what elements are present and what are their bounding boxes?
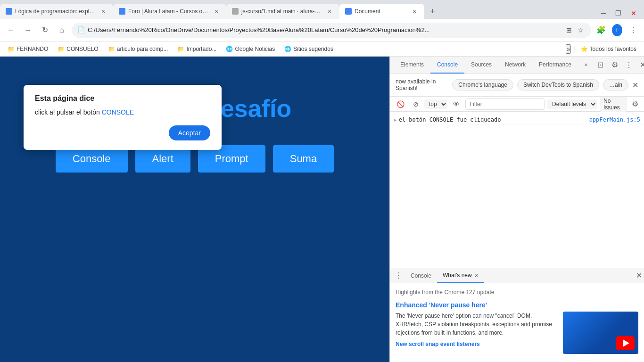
extensions-icon[interactable]: 🧩 [594, 23, 608, 37]
whats-new-card: Enhanced 'Never pause here' The 'Never p… [396, 301, 638, 354]
devtools-more-button[interactable]: ⋮ [623, 59, 635, 71]
forward-button[interactable]: → [21, 23, 35, 37]
whats-new-card-text: The 'Never pause here' option can now "c… [396, 312, 557, 337]
tab-close-4[interactable]: × [410, 7, 419, 16]
filter-input[interactable] [465, 99, 545, 110]
reload-button[interactable]: ↻ [38, 23, 52, 37]
bookmarks-bar: 📁 FERNANDO 📁 CONSUELO 📁 articulo para co… [0, 41, 644, 57]
alert-message-text: click al pulsar el botón [35, 108, 102, 116]
expand-arrow[interactable]: ▶ [394, 117, 397, 123]
whats-new-link[interactable]: New scroll snap event listeners [396, 341, 557, 347]
star-folder-icon: ⭐ [581, 46, 588, 52]
console-source[interactable]: appFerMain.js:5 [589, 116, 640, 123]
devtools-settings-button[interactable]: ⚙ [609, 59, 621, 71]
devtools-tab-network[interactable]: Network [498, 57, 532, 74]
tab-bar: Lógica de programación: explo... × Foro … [0, 0, 644, 19]
tab-close-1[interactable]: × [99, 7, 107, 16]
no-issues-badge: No Issues [600, 97, 627, 112]
globe-icon: 🌐 [226, 46, 233, 52]
bookmark-sitios[interactable]: 🌐 Sitios sugeridos [281, 44, 337, 54]
chrome-language-button[interactable]: Chrome's language [452, 79, 513, 90]
bookmark-consuelo[interactable]: 📁 CONSUELO [54, 44, 102, 54]
bookmark-label: articulo para comp... [117, 46, 168, 52]
lock-icon: 📄 [77, 26, 85, 33]
address-input-wrap[interactable]: 📄 C:/Users/Fernando%20Rico/OneDrive/Docu… [72, 23, 591, 38]
suma-button[interactable]: Suma [273, 145, 334, 173]
default-levels-select[interactable]: Default levels [547, 99, 597, 109]
drawer-tab-whats-new[interactable]: What's new × [437, 268, 484, 283]
whats-new-close-tab[interactable]: × [475, 272, 479, 279]
translate-icon[interactable]: ⊞ [564, 25, 574, 36]
alert-keyword: CONSOLE [102, 108, 134, 116]
drawer-more-button[interactable]: ⋮ [392, 269, 405, 282]
top-context-select[interactable]: top [424, 99, 447, 109]
alert-buttons: Aceptar [35, 125, 210, 140]
lang-notification-close[interactable]: ✕ [632, 81, 638, 90]
tab-close-2[interactable]: × [212, 7, 221, 16]
new-tab-button[interactable]: + [426, 5, 439, 18]
profile-avatar: F [612, 24, 622, 36]
console-message: el botón CONSOLE fue cliqueado [399, 116, 587, 123]
folder-icon: 📁 [8, 46, 15, 52]
bookmarks-more-button[interactable]: » [566, 44, 571, 54]
devtools-tab-sources[interactable]: Sources [464, 57, 498, 74]
devtools-tab-elements[interactable]: Elements [394, 57, 430, 74]
devtools-close-button[interactable]: ✕ [637, 59, 644, 71]
bookmark-articulo[interactable]: 📁 articulo para comp... [104, 44, 172, 54]
devtools-tab-console[interactable]: Console [430, 57, 464, 74]
console-settings-button[interactable]: ⚙ [630, 98, 640, 110]
folder-icon: 📁 [58, 46, 65, 52]
console-toolbar: 🚫 ⊘ top 👁 Default levels No Issues ⚙ [390, 97, 644, 112]
console-filter-button[interactable]: ⊘ [410, 99, 421, 109]
bookmark-google-noticias[interactable]: 🌐 Google Noticias [222, 44, 279, 54]
tab-favicon-4 [345, 8, 352, 15]
bookmark-label: Sitios sugeridos [293, 46, 333, 52]
alert-dialog: Esta página dice click al pulsar el botó… [24, 85, 222, 150]
devtools-topbar: Elements Console Sources Network Perform… [390, 57, 644, 74]
bookmark-star-icon[interactable]: ☆ [576, 25, 586, 36]
bookmark-label: CONSUELO [66, 46, 98, 52]
back-button[interactable]: ← [4, 23, 18, 37]
switch-devtools-button[interactable]: Switch DevTools to Spanish [517, 79, 599, 90]
folder-icon: 📁 [108, 46, 115, 52]
alert-message: click al pulsar el botón CONSOLE [35, 108, 210, 116]
bookmark-importado[interactable]: 📁 Importado... [173, 44, 220, 54]
menu-icon[interactable]: ⋮ [626, 23, 640, 37]
devtools-tab-more[interactable]: » [578, 57, 594, 74]
alert-accept-button[interactable]: Aceptar [169, 125, 210, 140]
close-button[interactable]: ✕ [627, 8, 640, 19]
tab-label-3: js-curso/1.md at main · alura-es-... [241, 8, 322, 15]
eye-icon[interactable]: 👁 [450, 99, 462, 109]
devtools-tab-performance[interactable]: Performance [532, 57, 578, 74]
remain-button[interactable]: …ain [603, 79, 628, 90]
whats-new-thumbnail [563, 312, 638, 354]
tab-2[interactable]: Foro | Alura Latam - Cursos onl... × [113, 4, 226, 19]
youtube-play-icon[interactable] [616, 336, 635, 350]
bookmark-fernando[interactable]: 📁 FERNANDO [4, 44, 52, 54]
console-output: ▶ el botón CONSOLE fue cliqueado appFerM… [390, 112, 644, 268]
devtools-tabs: Elements Console Sources Network Perform… [394, 57, 594, 74]
bookmark-todos-favoritos[interactable]: ⭐ Todos los favoritos [577, 44, 640, 54]
lang-notification-text: now available in Spanish! [396, 78, 448, 91]
devtools-dock-button[interactable]: ⊡ [594, 59, 607, 71]
devtools-toolbar-right: ⊡ ⚙ ⋮ ✕ [594, 59, 644, 71]
window-controls: ─ ❐ ✕ [597, 8, 644, 19]
profile-icon[interactable]: F [610, 23, 624, 37]
tab-3[interactable]: js-curso/1.md at main · alura-es-... × [226, 4, 339, 19]
minimize-button[interactable]: ─ [597, 8, 610, 19]
bookmark-label: Todos los favoritos [590, 46, 636, 52]
drawer-close-button[interactable]: ✕ [636, 271, 642, 280]
address-bar: ← → ↻ ⌂ 📄 C:/Users/Fernando%20Rico/OneDr… [0, 19, 644, 41]
tab-4[interactable]: Document × [339, 4, 424, 19]
whats-new-card-body: The 'Never pause here' option can now "c… [396, 312, 638, 354]
address-text: C:/Users/Fernando%20Rico/OneDrive/Docume… [88, 26, 561, 33]
home-button[interactable]: ⌂ [55, 23, 69, 37]
console-clear-button[interactable]: 🚫 [394, 99, 407, 109]
maximize-button[interactable]: ❐ [611, 8, 625, 19]
whats-new-content: Highlights from the Chrome 127 update En… [390, 283, 644, 362]
devtools-panel: Elements Console Sources Network Perform… [389, 57, 644, 362]
drawer-tab-console[interactable]: Console [405, 268, 437, 283]
tab-favicon-1 [6, 8, 12, 15]
tab-close-3[interactable]: × [325, 7, 334, 16]
tab-1[interactable]: Lógica de programación: explo... × [0, 4, 113, 19]
